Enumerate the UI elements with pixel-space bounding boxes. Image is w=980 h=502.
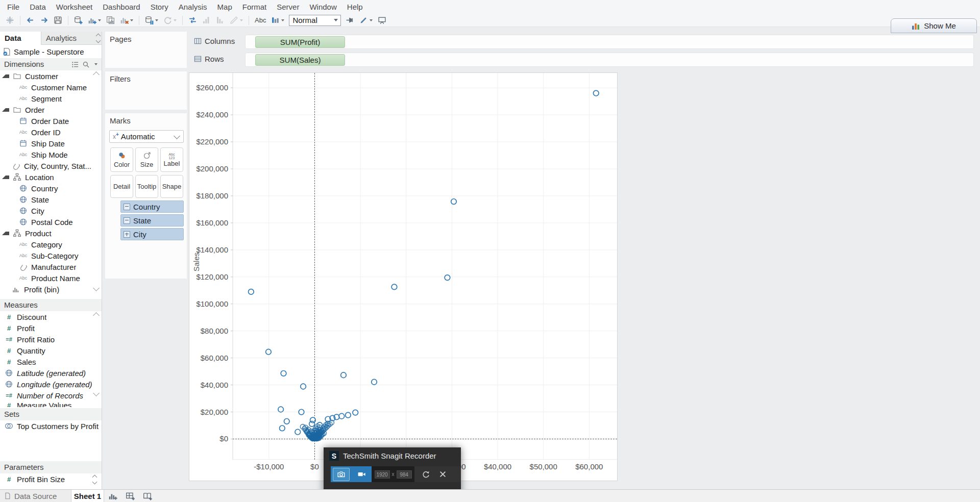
fit-button[interactable] <box>270 15 286 26</box>
expand-caret-icon[interactable] <box>2 175 9 179</box>
mark-circle[interactable] <box>301 384 306 389</box>
field-item-postal-code[interactable]: Postal Code <box>0 216 102 228</box>
mark-circle[interactable] <box>353 410 358 415</box>
field-item-sales[interactable]: #Sales <box>0 356 102 367</box>
columns-shelf-area[interactable] <box>245 35 974 49</box>
marks-pill-city[interactable]: City <box>120 228 184 240</box>
dimensions-menu-caret-icon[interactable] <box>94 63 97 65</box>
rows-shelf-area[interactable] <box>245 53 974 67</box>
mark-circle[interactable] <box>281 371 286 376</box>
field-item-customer-name[interactable]: AbcCustomer Name <box>0 82 102 93</box>
field-item-discount[interactable]: #Discount <box>0 311 102 322</box>
menu-dashboard[interactable]: Dashboard <box>97 0 145 14</box>
field-item-profit[interactable]: #Profit <box>0 322 102 334</box>
marks-tooltip-button[interactable]: Tooltip <box>135 175 158 198</box>
field-item-ship-mode[interactable]: AbcShip Mode <box>0 149 102 160</box>
field-item-quantity[interactable]: #Quantity <box>0 345 102 356</box>
new-worksheet-button[interactable] <box>86 15 103 26</box>
field-item-manufacturer[interactable]: Manufacturer <box>0 261 102 272</box>
snagit-close-button[interactable] <box>438 470 447 479</box>
mark-circle[interactable] <box>341 372 347 378</box>
mark-circle[interactable] <box>249 289 254 295</box>
snagit-reset-button[interactable] <box>422 470 430 479</box>
show-mark-labels-button[interactable]: Abc <box>253 15 267 26</box>
menu-data[interactable]: Data <box>24 0 51 14</box>
field-item-product-name[interactable]: AbcProduct Name <box>0 272 102 284</box>
columns-pill-sum-profit[interactable]: SUM(Profit) <box>255 36 345 48</box>
new-worksheet-icon[interactable] <box>108 491 117 500</box>
mark-circle[interactable] <box>346 412 351 418</box>
rows-pill-sum-sales[interactable]: SUM(Sales) <box>255 54 345 66</box>
view-list-icon[interactable] <box>71 61 79 68</box>
mark-circle[interactable] <box>309 421 315 427</box>
mark-circle[interactable] <box>445 275 450 281</box>
field-item-country[interactable]: Country <box>0 183 102 194</box>
redo-button[interactable] <box>38 15 50 26</box>
undo-button[interactable] <box>24 15 36 26</box>
field-item-customer[interactable]: Customer <box>0 70 102 82</box>
mark-circle[interactable] <box>593 90 599 96</box>
tab-data[interactable]: Data <box>0 32 41 45</box>
snagit-image-capture-button[interactable] <box>333 468 350 481</box>
filters-card[interactable]: Filters <box>105 71 187 110</box>
pane-swap-icon[interactable] <box>96 34 100 42</box>
menu-help[interactable]: Help <box>342 0 368 14</box>
mark-circle[interactable] <box>278 407 284 412</box>
menu-server[interactable]: Server <box>272 0 304 14</box>
highlight-dropdown-caret-icon[interactable] <box>240 19 243 21</box>
annotate-dropdown-caret-icon[interactable] <box>370 19 373 21</box>
field-item-profit-bin[interactable]: Profit (bin) <box>0 284 102 295</box>
highlight-button[interactable] <box>228 15 244 26</box>
menu-analysis[interactable]: Analysis <box>174 0 212 14</box>
marks-shape-button[interactable]: Shape <box>160 175 183 198</box>
menu-story[interactable]: Story <box>145 0 174 14</box>
new-worksheet-dropdown-caret-icon[interactable] <box>98 19 101 21</box>
expand-caret-icon[interactable] <box>2 232 9 235</box>
field-item-profit-bin-size[interactable]: #Profit Bin Size <box>0 473 102 485</box>
mark-circle[interactable] <box>295 429 301 435</box>
menu-format[interactable]: Format <box>237 0 272 14</box>
show-me-button[interactable]: Show Me <box>891 18 977 33</box>
swap-rows-columns-button[interactable] <box>187 15 199 26</box>
sort-descending-button[interactable] <box>214 15 226 26</box>
fit-dropdown-caret-icon[interactable] <box>281 19 284 21</box>
expand-caret-icon[interactable] <box>2 108 9 112</box>
snagit-height-field[interactable]: 984 <box>397 470 412 479</box>
field-item-sub-category[interactable]: AbcSub-Category <box>0 250 102 261</box>
field-item-city[interactable]: City <box>0 205 102 216</box>
new-story-icon[interactable] <box>143 491 152 500</box>
field-item-latitude-generated[interactable]: Latitude (generated) <box>0 367 102 379</box>
tab-analytics[interactable]: Analytics <box>41 32 94 45</box>
field-item-profit-ratio[interactable]: =#Profit Ratio <box>0 334 102 345</box>
tab-sheet-1[interactable]: Sheet 1 <box>71 490 104 502</box>
mark-circle[interactable] <box>372 379 377 385</box>
run-update-dropdown-caret-icon[interactable] <box>174 19 177 21</box>
mark-circle[interactable] <box>266 349 272 355</box>
mark-type-dropdown[interactable]: x+ Automatic <box>109 130 184 143</box>
menu-window[interactable]: Window <box>304 0 341 14</box>
menu-worksheet[interactable]: Worksheet <box>51 0 97 14</box>
run-update-button[interactable] <box>162 15 178 26</box>
search-icon[interactable] <box>82 61 90 68</box>
snagit-width-field[interactable]: 1920 <box>375 470 390 479</box>
pause-auto-updates-button[interactable] <box>143 15 160 26</box>
mark-circle[interactable] <box>339 413 345 419</box>
save-button[interactable] <box>52 15 64 26</box>
duplicate-sheet-button[interactable] <box>105 15 116 26</box>
mark-circle[interactable] <box>284 419 289 424</box>
mark-circle[interactable] <box>280 425 285 431</box>
minus-box-icon[interactable] <box>124 217 130 224</box>
marks-label-button[interactable]: Abc123Label <box>160 147 183 172</box>
sort-ascending-button[interactable] <box>201 15 212 26</box>
menu-map[interactable]: Map <box>212 0 237 14</box>
presentation-mode-button[interactable] <box>376 15 388 26</box>
field-item-state[interactable]: State <box>0 194 102 205</box>
snagit-video-capture-button[interactable] <box>353 468 370 481</box>
pause-auto-updates-dropdown-caret-icon[interactable] <box>155 19 158 21</box>
field-item-segment[interactable]: AbcSegment <box>0 93 102 104</box>
field-item-product[interactable]: Product <box>0 228 102 239</box>
field-item-order-date[interactable]: Order Date <box>0 115 102 127</box>
marks-pill-country[interactable]: Country <box>120 200 184 213</box>
field-item-location[interactable]: Location <box>0 171 102 183</box>
plus-box-icon[interactable] <box>124 231 130 238</box>
